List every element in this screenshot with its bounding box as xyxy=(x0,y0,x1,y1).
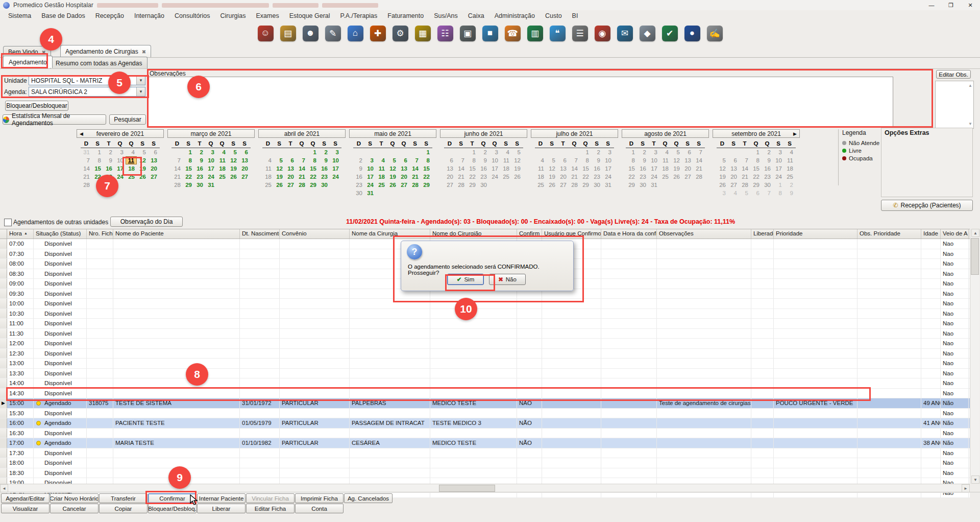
calendar-day[interactable]: 31 xyxy=(81,148,92,156)
calendar-day[interactable]: 18 xyxy=(659,164,671,173)
calendar-day[interactable]: 16 xyxy=(478,164,489,173)
table-row[interactable]: 11:30DisponívelNao xyxy=(0,329,970,339)
calendar-day[interactable]: 9 xyxy=(353,164,364,173)
calendar-day[interactable]: 1 xyxy=(626,148,637,156)
column-header-paciente[interactable]: Nome do Paciente xyxy=(113,229,240,239)
calendar-day[interactable]: 14 xyxy=(296,164,307,173)
calendar-day[interactable]: 14 xyxy=(569,164,580,173)
calendar-day[interactable]: 2 xyxy=(637,148,648,156)
calendar-day[interactable]: 27 xyxy=(444,181,455,189)
visualizar-button[interactable]: Visualizar xyxy=(1,504,50,513)
calendar-day[interactable]: 13 xyxy=(444,164,455,173)
calendar-day[interactable]: 27 xyxy=(285,181,296,189)
menu-item[interactable]: Exames xyxy=(251,11,284,20)
internar-paciente-button[interactable]: Internar Paciente xyxy=(197,493,246,503)
calendar-day[interactable]: 13 xyxy=(728,164,739,173)
calendar-day[interactable]: 23 xyxy=(762,173,773,181)
calendar-day[interactable]: 26 xyxy=(546,181,557,189)
calendar-day[interactable]: 13 xyxy=(239,156,250,164)
menu-item[interactable]: Faturamento xyxy=(382,11,429,20)
calendar-day[interactable]: 20 xyxy=(285,173,296,181)
menu-item[interactable]: Sistema xyxy=(3,11,36,20)
calendar-day[interactable]: 11 xyxy=(784,156,795,164)
calendar-day[interactable]: 12 xyxy=(387,164,398,173)
calendar-day[interactable]: 8 xyxy=(92,156,103,164)
calendar-day[interactable]: 25 xyxy=(262,181,274,189)
calendar-day[interactable]: 4 xyxy=(126,148,137,156)
copiar-button[interactable]: Copiar xyxy=(99,504,148,513)
calendar-day[interactable]: 19 xyxy=(228,164,239,173)
calendar-day[interactable]: 28 xyxy=(296,181,307,189)
calendar-day[interactable]: 9 xyxy=(591,156,602,164)
table-row[interactable]: 12:00DisponívelNao xyxy=(0,339,970,349)
calendar-day[interactable]: 25 xyxy=(659,173,671,181)
calendar-day[interactable]: 7 xyxy=(693,148,704,156)
calendar-day[interactable]: 15 xyxy=(92,164,103,173)
calendar-day[interactable]: 1 xyxy=(467,148,478,156)
column-header-obs[interactable]: Observações xyxy=(657,229,751,239)
calendar-day[interactable]: 8 xyxy=(467,156,478,164)
table-row[interactable]: 17:30DisponívelNao xyxy=(0,448,970,459)
calendar-day[interactable]: 8 xyxy=(183,156,194,164)
editar-obs-button[interactable]: Editar Obs. xyxy=(936,70,971,79)
calendar-day[interactable]: 20 xyxy=(239,164,250,173)
calendar-day[interactable]: 10 xyxy=(205,156,216,164)
column-header-nasc[interactable]: Dt. Nascimento xyxy=(240,229,280,239)
calendar-day[interactable]: 22 xyxy=(750,173,762,181)
scroll-up-icon[interactable]: ▲ xyxy=(971,229,979,237)
calendar-day[interactable]: 30 xyxy=(637,181,648,189)
calendar-day[interactable]: 18 xyxy=(216,164,228,173)
calendar-day[interactable]: 14 xyxy=(455,164,467,173)
calendar-day[interactable]: 29 xyxy=(307,181,318,189)
calendar-day[interactable]: 23 xyxy=(194,173,205,181)
table-row[interactable]: 16:00AgendadoPACIENTE TESTE01/05/1979PAR… xyxy=(0,418,970,429)
scrollbar-thumb[interactable] xyxy=(971,238,979,275)
calendar-day[interactable]: 3 xyxy=(364,156,376,164)
calendar-day[interactable]: 19 xyxy=(546,173,557,181)
calendar-day[interactable]: 24 xyxy=(773,173,784,181)
calendar-day[interactable]: 15 xyxy=(750,164,762,173)
recepcao-pacientes-button[interactable]: ✆ Recepção (Pacientes) xyxy=(881,200,973,211)
ag-cancelados-button[interactable]: Ag. Cancelados xyxy=(344,493,393,503)
notes-icon[interactable]: ✍ xyxy=(707,26,723,41)
calendar-day[interactable]: 31 xyxy=(602,181,614,189)
calendar-day[interactable]: 4 xyxy=(500,148,511,156)
calendar-day[interactable]: 30 xyxy=(353,189,364,197)
calendar-day[interactable]: 15 xyxy=(183,164,194,173)
calendar-day[interactable]: 3 xyxy=(602,148,614,156)
calendar-day[interactable]: 22 xyxy=(421,173,432,181)
calendar-day[interactable]: 21 xyxy=(409,173,421,181)
calendar-day[interactable]: 5 xyxy=(511,148,523,156)
calendar-day[interactable]: 25 xyxy=(376,181,387,189)
menu-item[interactable]: Estoque Geral xyxy=(284,11,335,20)
calendar-day[interactable]: 9 xyxy=(762,156,773,164)
calendar-day[interactable]: 23 xyxy=(353,181,364,189)
table-row[interactable]: 15:30DisponívelNao xyxy=(0,409,970,419)
calendar-day[interactable]: 3 xyxy=(114,148,126,156)
close-tab-icon[interactable]: ✖ xyxy=(142,49,146,55)
calendar-day[interactable]: 16 xyxy=(591,164,602,173)
bloquear-desbloquear-button[interactable]: Bloquear/Desbloquear xyxy=(5,101,68,111)
calendar-day[interactable]: 26 xyxy=(671,173,682,181)
calendar-day[interactable]: 19 xyxy=(274,173,285,181)
calendar-day[interactable]: 28 xyxy=(81,181,92,189)
calendar-day[interactable]: 10 xyxy=(602,156,614,164)
menu-item[interactable]: Recepção xyxy=(90,11,129,20)
calendar-day[interactable]: 10 xyxy=(648,156,659,164)
calendar-day[interactable]: 28 xyxy=(409,181,421,189)
calendar-day[interactable]: 18 xyxy=(535,173,546,181)
calendar-day[interactable]: 26 xyxy=(274,181,285,189)
calendar-day[interactable]: 24 xyxy=(330,173,341,181)
calendar-day[interactable]: 1 xyxy=(580,148,591,156)
calendar-day[interactable]: 15 xyxy=(580,164,591,173)
calendar-day[interactable]: 31 xyxy=(364,189,376,197)
observacao-do-dia-button[interactable]: Observação do Dia xyxy=(110,217,183,227)
medication-icon[interactable]: ● xyxy=(684,26,700,41)
calendar-day[interactable]: 27 xyxy=(239,173,250,181)
calendar-day[interactable]: 12 xyxy=(511,156,523,164)
calendar-day[interactable]: 30 xyxy=(318,181,330,189)
calendar-day[interactable]: 17 xyxy=(773,164,784,173)
table-row[interactable]: 17:00AgendadoMARIA TESTE01/10/1982PARTIC… xyxy=(0,438,970,448)
calendar-day[interactable]: 29 xyxy=(626,181,637,189)
calendar-day[interactable]: 9 xyxy=(784,189,795,197)
